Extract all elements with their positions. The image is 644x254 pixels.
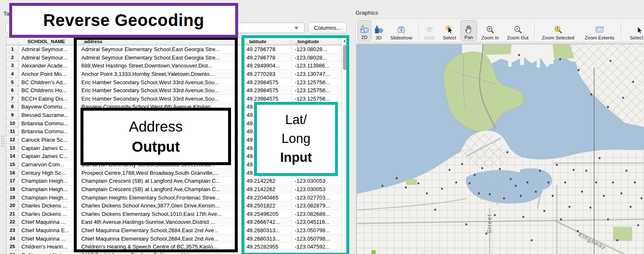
school-name-cell: Chief Maquinna E... bbox=[19, 226, 74, 235]
table-row[interactable]: 6BC Childrens Ho...Eric Hamber Secondary… bbox=[6, 86, 348, 95]
address-cell: Charles Dickens Elementary School,1010,E… bbox=[74, 210, 242, 218]
longitude-cell: -123.050798... bbox=[291, 226, 342, 235]
table-row[interactable]: 16Century High Sc...Prospect Centre,1788… bbox=[6, 169, 348, 177]
table-row[interactable]: 21Charles Dickens ...Charles Dickens Ele… bbox=[6, 210, 348, 218]
row-number: 26 bbox=[6, 251, 19, 254]
column-header-address[interactable]: _address bbox=[74, 38, 242, 45]
row-number: 6 bbox=[6, 86, 19, 95]
address-cell: 3417,Euclid Avenue,Renfrew-Collingwood,V… bbox=[74, 251, 242, 254]
columns-button[interactable]: Columns... bbox=[308, 22, 347, 34]
latitude-cell: 49.2786778 bbox=[242, 45, 291, 54]
column-header-school-name[interactable]: SCHOOL_NAME bbox=[19, 38, 74, 45]
row-number: 5 bbox=[6, 78, 19, 87]
row-number: 20 bbox=[6, 202, 19, 210]
school-name-cell: BCCH Eating Dis... bbox=[19, 95, 74, 103]
table-row[interactable]: 10Britannia Commu...Cotton Drive,Grandvi… bbox=[6, 119, 348, 128]
school-name-cell: Chief Maquinna ... bbox=[19, 218, 74, 226]
latitude-cell: 49.25282955 bbox=[242, 243, 291, 251]
zoom-selected-button[interactable]: iZoom Selected bbox=[536, 20, 580, 41]
table-row[interactable]: 3Alexander Acade...688,West Hastings Str… bbox=[6, 62, 348, 70]
panel-drag-handle[interactable] bbox=[1, 135, 5, 147]
toolbar-separator bbox=[532, 22, 536, 39]
row-number: 10 bbox=[6, 119, 19, 128]
table-row[interactable]: 26Collingwood Nei...3417,Euclid Avenue,R… bbox=[6, 251, 348, 254]
select-icon bbox=[444, 24, 454, 35]
address-cell: Captain James Cook Elementary School,334… bbox=[74, 152, 242, 161]
select-n-button[interactable]: Select N bbox=[622, 20, 644, 41]
table-row[interactable]: 15Carnarvon Com...Carnarvon Community Sc… bbox=[6, 161, 348, 169]
latitude-cell: 49.2786778 bbox=[242, 54, 291, 62]
graphics-toolbar: 2D3DSlideshowOrbitSelectPanZoom InZoom O… bbox=[355, 18, 644, 42]
latitude-cell: 49.2146205... bbox=[242, 152, 291, 161]
scrollbar-thumb[interactable] bbox=[343, 45, 347, 70]
longitude-cell: -123.082879... bbox=[291, 202, 342, 210]
table-scrollbar[interactable]: ▲ bbox=[341, 38, 348, 254]
toolbar-label: Zoom In bbox=[481, 35, 499, 40]
3d-button[interactable]: 3D bbox=[371, 20, 386, 41]
table-row[interactable]: 12Canuck Place Sc...Canuck Place,1690,Ma… bbox=[6, 136, 348, 144]
school-name-cell: Captain James C... bbox=[19, 152, 74, 161]
address-cell: 3020,Heather Street,Fairview,Vancouver,D… bbox=[74, 111, 242, 119]
longitude-cell: -123.125756... bbox=[291, 86, 342, 95]
address-cell: Chief Maquinna Elementary School,2684,Ea… bbox=[74, 226, 242, 235]
scroll-up-arrow[interactable]: ▲ bbox=[342, 38, 348, 44]
select-button[interactable]: Select bbox=[439, 20, 460, 41]
longitude-cell: -123.030053 bbox=[291, 185, 342, 194]
column-header-longitude[interactable]: _longitude bbox=[291, 38, 342, 45]
row-number: 11 bbox=[6, 127, 19, 136]
table-row[interactable]: 9Blessed Sacrame...3020,Heather Street,F… bbox=[6, 111, 348, 119]
address-cell: Champlain Crescent (SB) at Langford Ave,… bbox=[74, 177, 242, 185]
address-cell: Carnarvon Community School,Balaclava Str… bbox=[74, 161, 242, 169]
school-name-cell: BC Children's Ad... bbox=[19, 78, 74, 87]
table-row[interactable]: 11Britannia Commu...Cotton Drive,Grandvi… bbox=[6, 127, 348, 136]
table-row[interactable]: 14Captain James C...Captain James Cook E… bbox=[6, 152, 348, 161]
row-number-header[interactable] bbox=[6, 38, 19, 45]
svg-text:Street: Street bbox=[486, 214, 493, 233]
toolbar-label: 3D bbox=[376, 35, 382, 40]
table-row[interactable]: 25Children's Hearin...Children's Hearing… bbox=[6, 243, 348, 251]
longitude-cell: -123.142045... bbox=[291, 169, 342, 177]
table-row[interactable]: 17Champlain Heigh...Champlain Crescent (… bbox=[6, 177, 348, 185]
table-row[interactable]: 24Chief Maquinna ...Chief Maquinna Eleme… bbox=[6, 235, 348, 243]
table-row[interactable]: 13Captain James C...Captain James Cook E… bbox=[6, 144, 348, 153]
row-number: 23 bbox=[6, 226, 19, 235]
toolbar-label: Select N bbox=[630, 35, 644, 40]
longitude-cell: -123.120412... bbox=[291, 111, 342, 119]
2d-button[interactable]: 2D bbox=[357, 20, 371, 41]
table-row[interactable]: 20Charles Dickens ...Charles Dickens Sch… bbox=[6, 202, 348, 210]
longitude-cell: -123.030053 bbox=[291, 177, 342, 185]
latitude-cell: 49.2680313... bbox=[242, 235, 291, 243]
table-row[interactable]: 4Anchor Point Mo...Anchor Point 3,1333,H… bbox=[6, 70, 348, 78]
pan-button[interactable]: Pan bbox=[460, 20, 477, 41]
table-row[interactable]: 22Chief Maquinna ...East 4th Avenue,Hast… bbox=[6, 218, 348, 226]
zoom-out-icon bbox=[513, 24, 523, 35]
school-name-cell: Alexander Acade... bbox=[19, 62, 74, 70]
table-row[interactable]: 23Chief Maquinna E...Chief Maquinna Elem… bbox=[6, 226, 348, 235]
row-number: 25 bbox=[6, 243, 19, 251]
feature-type-dropdown[interactable] bbox=[5, 23, 305, 33]
zoom-extents-button[interactable]: Zoom Extents bbox=[580, 20, 619, 41]
table-row[interactable]: 5BC Children's Ad...Eric Hamber Secondar… bbox=[6, 78, 348, 87]
longitude-cell: -123.082689... bbox=[291, 210, 342, 218]
map-view[interactable]: StreetKingsway bbox=[356, 44, 644, 254]
school-name-cell: Bayview Commu... bbox=[19, 103, 74, 111]
row-number: 8 bbox=[6, 103, 19, 111]
longitude-cell: -123.050798... bbox=[291, 235, 342, 243]
zoom-in-button[interactable]: Zoom In bbox=[477, 20, 503, 41]
table-row[interactable]: 1Admiral Seymour...Admiral Seymour Eleme… bbox=[6, 45, 348, 54]
3d-icon bbox=[374, 24, 384, 35]
row-number: 17 bbox=[6, 177, 19, 185]
slideshow-button[interactable]: Slideshow bbox=[386, 20, 417, 41]
table-row[interactable]: 7BCCH Eating Dis...Eric Hamber Secondary… bbox=[6, 95, 348, 103]
table-row[interactable]: 19Champlain Heigh...Champlain Heights El… bbox=[6, 194, 348, 202]
address-cell: Champlain Crescent (SB) at Langford Ave,… bbox=[74, 185, 242, 194]
latitude-cell: 49.2146205... bbox=[242, 144, 291, 153]
latitude-cell: 49.2142262 bbox=[242, 177, 291, 185]
table-row[interactable]: 18Champlain Heigh...Champlain Crescent (… bbox=[6, 185, 348, 194]
table-row[interactable]: 8Bayview Commu...Bayview Community Schoo… bbox=[6, 103, 348, 111]
column-header-latitude[interactable]: _latitude bbox=[242, 38, 291, 45]
zoom-out-button[interactable]: Zoom Out bbox=[503, 20, 532, 41]
address-cell: Captain James Cook Elementary School,334… bbox=[74, 144, 242, 153]
table-row[interactable]: 2Admiral Seymour...Admiral Seymour Eleme… bbox=[6, 54, 348, 62]
school-name-cell: Charles Dickens ... bbox=[19, 210, 74, 218]
